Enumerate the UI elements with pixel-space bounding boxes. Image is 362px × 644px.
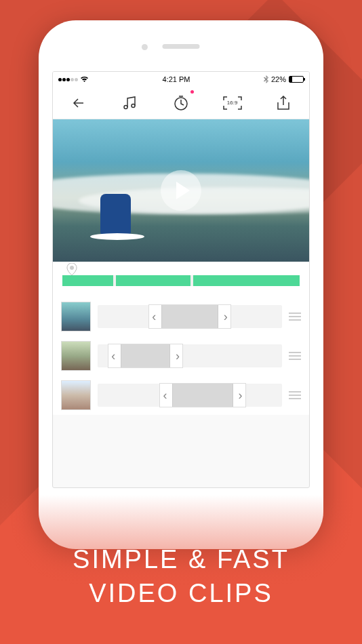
device-screen: 4:21 PM 22% 16:9 <box>52 71 310 488</box>
wifi-icon <box>80 76 89 83</box>
timeline-segments <box>62 275 300 286</box>
clip-thumbnail[interactable] <box>61 302 91 331</box>
timer-indicator-icon <box>190 90 194 94</box>
timeline-segment[interactable] <box>116 275 190 286</box>
promo-tagline: SIMPLE & FAST VIDEO CLIPS <box>0 543 362 610</box>
clip-thumbnail[interactable] <box>61 380 91 410</box>
signal-dots <box>58 78 78 81</box>
drag-handle-icon[interactable] <box>289 352 301 360</box>
timeline-segment[interactable] <box>62 275 113 286</box>
trim-selection[interactable] <box>160 384 245 407</box>
timeline-segment[interactable] <box>193 275 300 286</box>
tagline-line2: VIDEO CLIPS <box>0 577 362 610</box>
music-button[interactable] <box>117 91 142 115</box>
video-preview[interactable] <box>53 119 309 262</box>
battery-icon <box>289 76 304 83</box>
playhead-pin-icon[interactable] <box>66 263 77 274</box>
clip-trim-track[interactable] <box>98 344 282 367</box>
device-speaker <box>163 44 200 49</box>
share-button[interactable] <box>271 91 296 115</box>
device-camera <box>142 44 148 50</box>
tagline-line1: SIMPLE & FAST <box>0 543 362 576</box>
bluetooth-icon <box>264 75 268 83</box>
drag-handle-icon[interactable] <box>289 391 301 399</box>
device-frame: 4:21 PM 22% 16:9 <box>39 20 323 549</box>
back-button[interactable] <box>66 91 91 115</box>
clip-list <box>53 297 309 415</box>
editor-toolbar: 16:9 <box>53 87 309 119</box>
status-bar: 4:21 PM 22% <box>53 72 309 87</box>
clip-row <box>53 376 309 415</box>
status-time: 4:21 PM <box>163 75 190 83</box>
svg-point-3 <box>70 266 74 270</box>
aspect-ratio-button[interactable]: 16:9 <box>220 91 245 115</box>
play-icon <box>176 182 190 199</box>
surfer-graphic <box>100 194 131 235</box>
play-button[interactable] <box>161 170 201 211</box>
svg-point-0 <box>124 105 127 108</box>
clip-trim-track[interactable] <box>98 305 282 328</box>
timeline-track[interactable] <box>53 262 309 297</box>
clip-thumbnail[interactable] <box>61 341 91 371</box>
battery-text: 22% <box>271 75 286 83</box>
clip-row <box>53 336 309 376</box>
aspect-ratio-label: 16:9 <box>227 100 238 106</box>
trim-selection[interactable] <box>108 344 182 367</box>
drag-handle-icon[interactable] <box>289 313 301 321</box>
timer-button[interactable] <box>169 91 193 115</box>
clip-row <box>53 297 309 336</box>
trim-selection[interactable] <box>149 305 230 328</box>
status-left <box>58 76 89 83</box>
clip-trim-track[interactable] <box>98 384 282 407</box>
svg-point-1 <box>132 104 135 107</box>
status-right: 22% <box>264 75 304 83</box>
